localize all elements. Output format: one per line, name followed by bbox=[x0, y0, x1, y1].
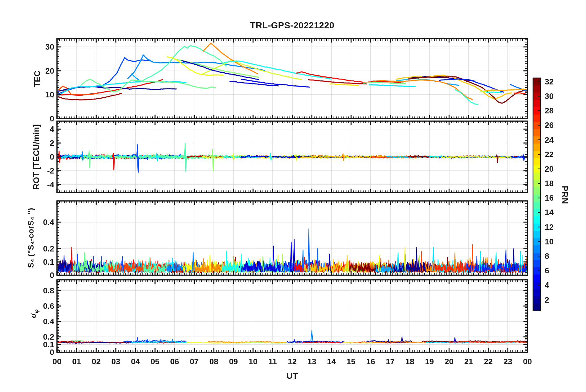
x-tick-label: 07 bbox=[185, 356, 203, 367]
colorbar-tick-label: 16 bbox=[545, 193, 566, 203]
x-tick-label: 13 bbox=[303, 356, 320, 367]
y-tick-label-rot: 0 bbox=[32, 152, 54, 162]
x-tick-label: 23 bbox=[499, 356, 516, 367]
x-tick-label: 00 bbox=[519, 356, 536, 367]
colorbar-tick-label: 18 bbox=[545, 178, 566, 189]
x-tick-label: 03 bbox=[107, 356, 124, 367]
x-tick-label: 19 bbox=[421, 356, 438, 367]
x-tick-label: 21 bbox=[460, 356, 477, 367]
x-tick-label: 01 bbox=[68, 356, 85, 367]
y-tick-label-s4: 0.2 bbox=[32, 243, 54, 254]
x-tick-label: 08 bbox=[205, 356, 222, 367]
y-tick-label-rot: 2 bbox=[32, 138, 54, 148]
y-tick-label-rot: 4 bbox=[32, 124, 54, 134]
colorbar-tick-label: 30 bbox=[545, 91, 566, 101]
x-tick-label: 17 bbox=[382, 356, 399, 367]
colorbar-tick-label: 20 bbox=[545, 164, 566, 174]
colorbar-tick-label: 4 bbox=[545, 280, 566, 290]
colorbar-tick-label: 14 bbox=[545, 207, 566, 218]
x-tick-label: 12 bbox=[284, 356, 301, 367]
y-tick-label-tec: 30 bbox=[32, 42, 54, 52]
y-tick-label-sigma_phi: 0.2 bbox=[32, 332, 54, 342]
colorbar-tick-label: 8 bbox=[545, 251, 566, 261]
x-tick-label: 09 bbox=[225, 356, 242, 367]
colorbar-tick-label: 24 bbox=[545, 135, 566, 145]
x-tick-label: 20 bbox=[441, 356, 458, 367]
x-tick-label: 00 bbox=[48, 356, 66, 367]
y-tick-label-sigma_phi: 0.4 bbox=[32, 316, 54, 327]
x-tick-label: 15 bbox=[342, 356, 360, 367]
y-tick-label-rot: -2 bbox=[32, 165, 54, 176]
x-axis-label: UT bbox=[57, 371, 527, 381]
y-tick-label-tec: 10 bbox=[32, 89, 54, 100]
figure-trl-gps: TRL-GPS-20221220 UT TEC ROT [TECU/min] S… bbox=[0, 0, 586, 392]
colorbar-tick-label: 12 bbox=[545, 222, 566, 232]
x-tick-label: 14 bbox=[323, 356, 340, 367]
x-tick-label: 05 bbox=[146, 356, 164, 367]
x-tick-label: 06 bbox=[166, 356, 183, 367]
x-tick-label: 10 bbox=[244, 356, 262, 367]
colorbar-tick-label: 28 bbox=[545, 105, 566, 116]
colorbar-tick-label: 22 bbox=[545, 149, 566, 160]
x-tick-label: 18 bbox=[401, 356, 418, 367]
y-tick-label-tec: 0 bbox=[32, 113, 54, 124]
x-tick-label: 02 bbox=[87, 356, 105, 367]
y-tick-label-rot: -4 bbox=[32, 179, 54, 190]
colorbar-tick-label: 2 bbox=[545, 295, 566, 305]
y-tick-label-s4: 0.4 bbox=[32, 217, 54, 227]
colorbar-tick-label: 10 bbox=[545, 236, 566, 247]
x-tick-label: 11 bbox=[264, 356, 281, 367]
y-tick-label-s4: 0.1 bbox=[32, 257, 54, 267]
y-tick-label-s4: 0 bbox=[32, 270, 54, 280]
colorbar-tick-label: 6 bbox=[545, 265, 566, 276]
y-tick-label-sigma_phi: 0.8 bbox=[32, 285, 54, 296]
colorbar-tick-label: 32 bbox=[545, 76, 566, 87]
x-tick-label: 16 bbox=[362, 356, 379, 367]
y-tick-label-sigma_phi: 0.6 bbox=[32, 301, 54, 311]
colorbar-tick-label: 26 bbox=[545, 120, 566, 130]
chart-title: TRL-GPS-20221220 bbox=[57, 20, 527, 31]
y-tick-label-tec: 20 bbox=[32, 66, 54, 76]
x-tick-label: 22 bbox=[480, 356, 497, 367]
x-tick-label: 04 bbox=[127, 356, 144, 367]
plot-canvas bbox=[0, 0, 586, 392]
